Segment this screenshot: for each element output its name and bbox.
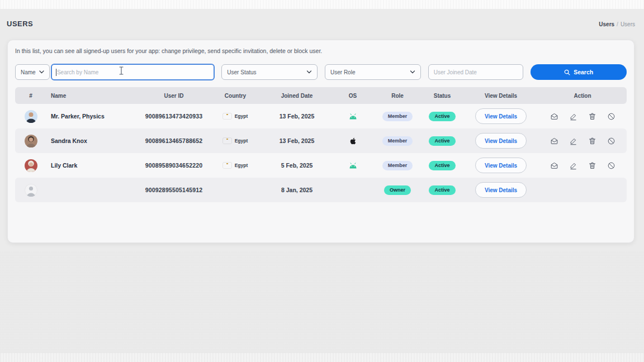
user-name: Mr. Parker, Physics <box>46 113 140 120</box>
view-details-button[interactable]: View Details <box>475 108 527 124</box>
header-os: OS <box>330 93 375 99</box>
chevron-down-icon <box>410 70 415 74</box>
user-joined-date-input[interactable]: User Joined Date <box>428 64 524 80</box>
action-cell <box>537 112 628 121</box>
header-name: Name <box>46 93 140 99</box>
chevron-down-icon <box>39 70 44 74</box>
chevron-down-icon <box>306 70 312 74</box>
user-name: Sandra Knox <box>46 137 140 144</box>
text-caret <box>56 69 56 76</box>
delete-icon[interactable] <box>588 112 596 121</box>
users-table: # Name User ID Country Joined Date OS Ro… <box>15 87 627 202</box>
egypt-flag-icon <box>223 113 231 119</box>
email-icon[interactable] <box>550 137 558 145</box>
egypt-flag-icon <box>223 163 231 168</box>
edit-icon[interactable] <box>569 161 577 170</box>
table-header-row: # Name User ID Country Joined Date OS Ro… <box>15 87 627 104</box>
joined-date: 13 Feb, 2025 <box>263 137 330 144</box>
edit-icon[interactable] <box>569 137 577 145</box>
user-role-dropdown[interactable]: User Role <box>325 64 421 80</box>
top-texture-strip <box>0 0 644 9</box>
breadcrumb-separator: / <box>617 21 618 27</box>
block-icon[interactable] <box>607 161 615 170</box>
user-status-dropdown[interactable]: User Status <box>221 64 318 80</box>
block-icon[interactable] <box>607 112 615 121</box>
email-icon[interactable] <box>550 161 558 170</box>
country-name: Egypt <box>235 113 248 119</box>
role-badge: Member <box>382 112 413 121</box>
header-view-details: View Details <box>465 93 537 99</box>
action-cell <box>537 137 628 145</box>
egypt-flag-icon <box>223 138 231 144</box>
apple-icon <box>350 137 356 145</box>
search-icon <box>564 69 570 75</box>
user-id: 90089613465788652 <box>140 137 207 144</box>
block-icon[interactable] <box>607 137 615 145</box>
joined-date-placeholder: User Joined Date <box>434 69 477 75</box>
view-details-button[interactable]: View Details <box>475 158 527 173</box>
search-button-label: Search <box>574 69 593 75</box>
android-icon <box>348 113 358 120</box>
table-row: 90092895505145912 8 Jan, 2025 Owner Acti… <box>15 178 627 202</box>
email-icon[interactable] <box>550 112 558 121</box>
breadcrumb-root-link[interactable]: Users <box>599 21 614 27</box>
header-role: Role <box>375 93 420 99</box>
search-input[interactable]: Search by Name <box>51 64 215 80</box>
status-badge: Active <box>429 112 455 121</box>
avatar <box>25 110 37 123</box>
country-cell: Egypt <box>207 138 263 144</box>
view-details-button[interactable]: View Details <box>475 182 527 198</box>
header-status: Status <box>420 93 465 99</box>
table-row: Mr. Parker, Physics 90089613473420933 Eg… <box>15 104 627 128</box>
header-user-id: User ID <box>140 93 207 99</box>
country-cell: Egypt <box>207 163 263 168</box>
search-field-selector-value: Name <box>21 69 36 75</box>
user-id: 90092895505145912 <box>140 187 207 193</box>
page-background-texture <box>0 251 644 353</box>
search-input-placeholder: Search by Name <box>57 69 98 75</box>
table-row: Sandra Knox 90089613465788652 Egypt 13 F… <box>15 128 627 153</box>
ibeam-cursor <box>119 66 124 75</box>
user-role-dropdown-value: User Role <box>330 69 355 75</box>
delete-icon[interactable] <box>588 137 596 145</box>
view-details-button[interactable]: View Details <box>475 133 527 149</box>
avatar <box>25 159 37 172</box>
filter-toolbar: Name Search by Name User Status User Rol… <box>15 64 627 80</box>
breadcrumb-current: Users <box>621 21 635 27</box>
delete-icon[interactable] <box>588 161 596 170</box>
search-button[interactable]: Search <box>531 64 627 80</box>
header-index: # <box>15 93 46 99</box>
bottom-texture-strip <box>0 353 644 362</box>
user-status-dropdown-value: User Status <box>227 69 256 75</box>
user-id: 90089589034652220 <box>140 162 207 169</box>
card-description: In this list, you can see all signed-up … <box>15 47 627 54</box>
country-name: Egypt <box>235 138 248 144</box>
action-cell <box>537 161 628 170</box>
page-title: USERS <box>7 20 33 28</box>
header-country: Country <box>207 93 263 99</box>
country-name: Egypt <box>235 163 248 168</box>
search-field-selector[interactable]: Name <box>15 64 50 80</box>
status-badge: Active <box>429 161 455 170</box>
status-badge: Active <box>429 136 455 146</box>
breadcrumb: Users/Users <box>599 21 635 27</box>
status-badge: Active <box>429 185 455 195</box>
users-card: In this list, you can see all signed-up … <box>7 40 634 243</box>
joined-date: 5 Feb, 2025 <box>263 162 330 169</box>
header-joined-date: Joined Date <box>263 93 330 99</box>
edit-icon[interactable] <box>569 112 577 121</box>
header-action: Action <box>537 93 628 99</box>
joined-date: 13 Feb, 2025 <box>263 113 330 120</box>
country-cell: Egypt <box>207 113 263 119</box>
role-badge: Member <box>382 136 413 146</box>
role-badge: Member <box>382 161 413 170</box>
avatar-placeholder <box>25 184 37 197</box>
role-badge: Owner <box>384 185 411 195</box>
joined-date: 8 Jan, 2025 <box>263 187 330 193</box>
android-icon <box>348 163 358 169</box>
user-id: 90089613473420933 <box>140 113 207 120</box>
avatar <box>25 135 37 147</box>
user-name: Lily Clark <box>46 162 140 169</box>
table-row: Lily Clark 90089589034652220 Egypt 5 Feb… <box>15 153 627 178</box>
